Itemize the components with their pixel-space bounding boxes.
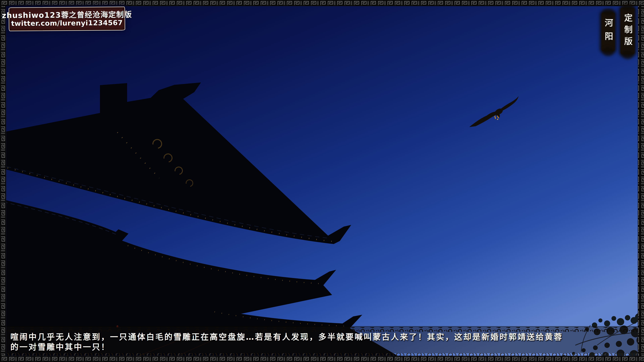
watermark-plaque: zhushiwo123蓉之曾经沧海定制版 twitter.com/lurenyi… [9,7,125,31]
border-bottom [0,356,644,362]
game-screen[interactable]: zhushiwo123蓉之曾经沧海定制版 twitter.com/lurenyi… [0,0,644,362]
watermark-title: zhushiwo123蓉之曾经沧海定制版 [2,10,132,19]
border-top [0,0,644,6]
subtitle-band-hairline [0,326,644,327]
subtitle-text: 喧闹中几乎无人注意到，一只通体白毛的雪雕正在高空盘旋…若是有人发现，多半就要喊叫… [10,332,569,352]
stamp-custom-edition: 定制版 [620,8,634,54]
eagle-talon-tip [497,119,498,120]
watermark-twitter-handle: twitter.com/lurenyi1234567 [11,19,123,27]
border-right [638,6,644,356]
border-left [0,6,6,356]
scene-canvas [0,0,644,362]
stamp-heyang: 河阳 [602,12,615,51]
subtitle-band-top-trim [0,327,644,332]
